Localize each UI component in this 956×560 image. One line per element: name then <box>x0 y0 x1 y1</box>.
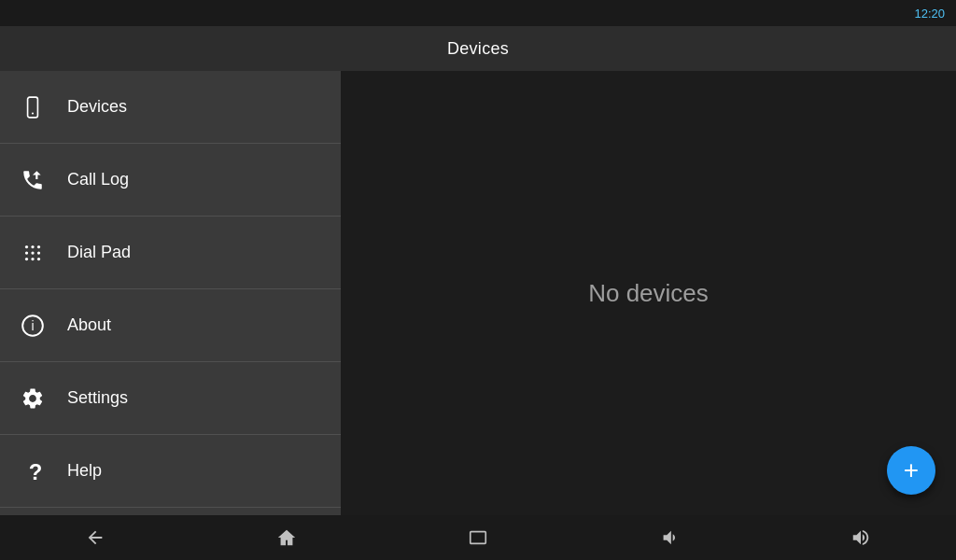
dialpad-icon <box>19 241 47 265</box>
svg-point-6 <box>31 251 34 254</box>
nav-vol-up-button[interactable] <box>832 520 890 555</box>
sidebar-item-help[interactable]: ? Help <box>0 435 341 508</box>
svg-point-7 <box>37 251 40 254</box>
fab-plus-icon: + <box>904 457 919 483</box>
svg-point-2 <box>25 245 28 247</box>
sidebar: Devices Call Log <box>0 71 341 515</box>
sidebar-help-label: Help <box>67 461 102 481</box>
nav-back-button[interactable] <box>66 520 124 555</box>
svg-text:i: i <box>31 318 34 333</box>
main-area: Devices Call Log <box>0 71 956 515</box>
svg-point-9 <box>31 257 34 259</box>
empty-message: No devices <box>588 279 709 308</box>
svg-point-8 <box>25 257 28 259</box>
sidebar-item-dialpad[interactable]: Dial Pad <box>0 217 341 289</box>
svg-text:?: ? <box>29 459 43 483</box>
status-bar: 12:20 <box>0 0 956 26</box>
page-title: Devices <box>447 39 509 59</box>
sidebar-item-devices[interactable]: Devices <box>0 71 341 144</box>
nav-home-button[interactable] <box>258 520 316 555</box>
svg-rect-0 <box>28 97 38 118</box>
svg-point-1 <box>32 112 34 114</box>
svg-point-3 <box>31 245 34 247</box>
sidebar-item-settings[interactable]: Settings <box>0 362 341 435</box>
content-area: No devices + <box>341 71 956 515</box>
help-icon: ? <box>19 459 47 483</box>
sidebar-item-about[interactable]: i About <box>0 289 341 362</box>
nav-vol-down-button[interactable] <box>640 520 698 555</box>
sidebar-about-label: About <box>67 315 111 335</box>
calllog-icon <box>19 168 47 192</box>
sidebar-dialpad-label: Dial Pad <box>67 243 131 262</box>
sidebar-devices-label: Devices <box>67 97 127 117</box>
title-bar: Devices <box>0 26 956 71</box>
sidebar-item-calllog[interactable]: Call Log <box>0 144 341 217</box>
svg-point-5 <box>25 251 28 254</box>
about-icon: i <box>19 314 47 338</box>
nav-bar <box>0 515 956 560</box>
add-device-button[interactable]: + <box>887 446 935 495</box>
status-time: 12:20 <box>914 7 945 21</box>
svg-point-10 <box>37 257 40 259</box>
sidebar-settings-label: Settings <box>67 388 128 408</box>
svg-point-4 <box>37 245 40 247</box>
settings-icon <box>19 386 47 411</box>
sidebar-calllog-label: Call Log <box>67 170 129 189</box>
svg-rect-14 <box>471 532 486 544</box>
nav-recent-button[interactable] <box>449 520 507 555</box>
device-icon <box>19 95 47 119</box>
